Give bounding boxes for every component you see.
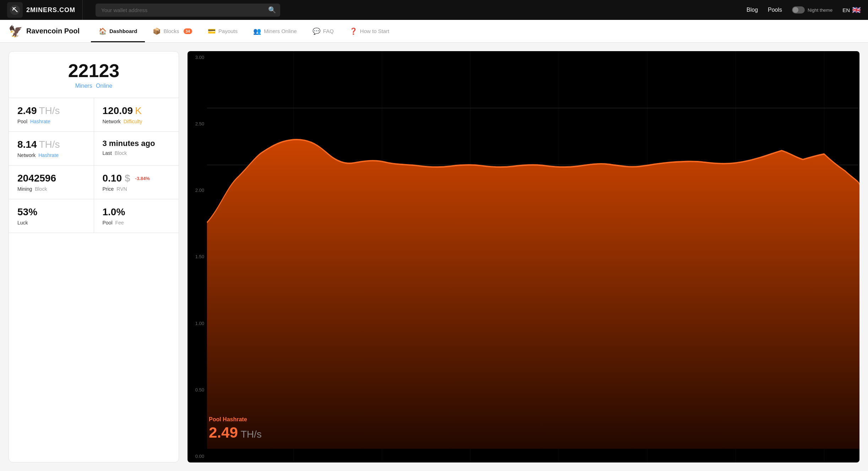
pool-fee-sub: Fee — [115, 220, 124, 226]
price-change-badge: -3.84% — [135, 176, 150, 181]
blog-link[interactable]: Blog — [747, 7, 758, 13]
blocks-icon: 📦 — [153, 27, 161, 35]
mining-block-value: 2042596 — [17, 173, 85, 184]
chart-area: 3.00 2.50 2.00 1.50 1.00 0.50 0.00 — [188, 51, 859, 462]
hashrate-chart — [188, 51, 859, 462]
pool-hashrate-value: 2.49 TH/s — [17, 105, 85, 117]
flag-icon: 🇬🇧 — [852, 6, 861, 14]
price-sub: RVN — [116, 186, 127, 192]
tab-payouts-label: Payouts — [218, 28, 238, 34]
svg-text:⛏: ⛏ — [12, 7, 18, 13]
mining-block-sub: Block — [35, 186, 47, 192]
wallet-search-input[interactable] — [96, 4, 280, 17]
tab-dashboard-label: Dashboard — [109, 28, 137, 34]
miners-count-section: 22123 Miners Online — [9, 52, 179, 98]
miners-text: Miners — [75, 83, 92, 89]
miners-count-label: Miners Online — [17, 83, 170, 89]
mining-block-cell: 2042596 Mining Block — [9, 166, 94, 199]
stat-row-block-price: 2042596 Mining Block 0.10 $ -3.84% Price… — [9, 166, 179, 199]
tab-faq[interactable]: 💬 FAQ — [305, 20, 342, 42]
network-hashrate-cell: 8.14 TH/s Network Hashrate — [9, 132, 94, 165]
last-block-cell: 3 minutes ago Last Block — [94, 132, 179, 165]
stats-panel: 22123 Miners Online 2.49 TH/s Pool Hashr… — [9, 51, 179, 462]
pool-hashrate-unit: TH/s — [39, 105, 60, 117]
top-navbar: ⛏ 2MINERS.COM 🔍 Blog Pools Night theme E… — [0, 0, 868, 20]
stat-row-nethash-lastblock: 8.14 TH/s Network Hashrate 3 minutes ago… — [9, 132, 179, 166]
language-selector[interactable]: EN 🇬🇧 — [842, 6, 861, 14]
network-hashrate-label: Network Hashrate — [17, 152, 85, 158]
faq-icon: 💬 — [313, 27, 320, 35]
lang-code: EN — [842, 7, 850, 13]
tab-faq-label: FAQ — [323, 28, 334, 34]
last-block-sub: Block — [115, 150, 127, 156]
price-label: Price RVN — [103, 186, 170, 192]
miners-icon: 👥 — [253, 27, 261, 35]
miners-online-text: Online — [96, 83, 112, 89]
mining-block-label: Mining Block — [17, 186, 85, 192]
network-difficulty-value: 120.09 K — [103, 105, 170, 117]
blocks-badge: 34 — [184, 28, 192, 34]
site-name: 2MINERS.COM — [26, 6, 75, 14]
nav-links: Blog Pools Night theme EN 🇬🇧 — [747, 6, 861, 14]
stat-row-luck-fee: 53% Luck 1.0% Pool Fee — [9, 199, 179, 233]
tab-dashboard[interactable]: 🏠 Dashboard — [91, 20, 145, 42]
price-value: 0.10 $ -3.84% — [103, 173, 170, 184]
tab-blocks-label: Blocks — [163, 28, 179, 34]
pool-fee-value: 1.0% — [103, 206, 170, 218]
logo-area: ⛏ 2MINERS.COM — [7, 0, 83, 20]
search-bar: 🔍 — [96, 4, 280, 17]
night-theme-switch[interactable] — [792, 6, 805, 13]
night-theme-label: Night theme — [808, 7, 832, 13]
pool-hashrate-label: Pool Hashrate — [17, 119, 85, 124]
pool-fee-label: Pool Fee — [103, 220, 170, 226]
network-difficulty-sub: Difficulty — [124, 119, 142, 124]
pool-brand: 🦅 Ravencoin Pool — [9, 25, 80, 38]
payouts-icon: 💳 — [208, 27, 216, 35]
chart-overlay-label-text: Pool Hashrate — [209, 416, 262, 423]
last-block-label: Last Block — [103, 150, 170, 156]
price-unit: $ — [125, 173, 130, 184]
chart-overlay-value: 2.49 TH/s — [209, 424, 262, 441]
pool-hashrate-sub: Hashrate — [30, 119, 50, 124]
tab-miners-online-label: Miners Online — [264, 28, 297, 34]
stat-row-hashrate-difficulty: 2.49 TH/s Pool Hashrate 120.09 K Network… — [9, 98, 179, 132]
network-hashrate-sub: Hashrate — [38, 152, 59, 158]
help-icon: ❓ — [349, 27, 357, 35]
luck-label: Luck — [17, 220, 85, 226]
night-theme-toggle: Night theme — [792, 6, 832, 13]
logo-icon: ⛏ — [7, 2, 23, 18]
pools-link[interactable]: Pools — [768, 7, 782, 13]
tab-blocks[interactable]: 📦 Blocks 34 — [145, 20, 200, 42]
chart-value-number: 2.49 — [209, 424, 238, 441]
pool-hashrate-cell: 2.49 TH/s Pool Hashrate — [9, 98, 94, 131]
last-block-value: 3 minutes ago — [103, 139, 170, 148]
luck-cell: 53% Luck — [9, 199, 94, 233]
search-icon[interactable]: 🔍 — [268, 6, 276, 14]
chart-overlay: Pool Hashrate 2.49 TH/s — [209, 416, 262, 441]
ravencoin-icon: 🦅 — [9, 25, 23, 38]
miners-count-value: 22123 — [17, 61, 170, 80]
network-difficulty-label: Network Difficulty — [103, 119, 170, 124]
tab-how-to-start[interactable]: ❓ How to Start — [342, 20, 397, 42]
network-hashrate-unit: TH/s — [39, 139, 60, 150]
tab-payouts[interactable]: 💳 Payouts — [200, 20, 245, 42]
luck-value: 53% — [17, 206, 85, 218]
price-cell: 0.10 $ -3.84% Price RVN — [94, 166, 179, 199]
pool-title: Ravencoin Pool — [26, 27, 80, 35]
tab-how-to-start-label: How to Start — [360, 28, 390, 34]
network-difficulty-unit: K — [135, 105, 142, 117]
sub-navbar: 🦅 Ravencoin Pool 🏠 Dashboard 📦 Blocks 34… — [0, 20, 868, 43]
main-content: 22123 Miners Online 2.49 TH/s Pool Hashr… — [0, 43, 868, 471]
tab-miners-online[interactable]: 👥 Miners Online — [245, 20, 305, 42]
dashboard-icon: 🏠 — [99, 27, 107, 35]
chart-value-unit: TH/s — [241, 429, 262, 440]
network-difficulty-cell: 120.09 K Network Difficulty — [94, 98, 179, 131]
pool-fee-cell: 1.0% Pool Fee — [94, 199, 179, 233]
sub-nav-links: 🏠 Dashboard 📦 Blocks 34 💳 Payouts 👥 Mine… — [91, 20, 397, 42]
network-hashrate-value: 8.14 TH/s — [17, 139, 85, 150]
